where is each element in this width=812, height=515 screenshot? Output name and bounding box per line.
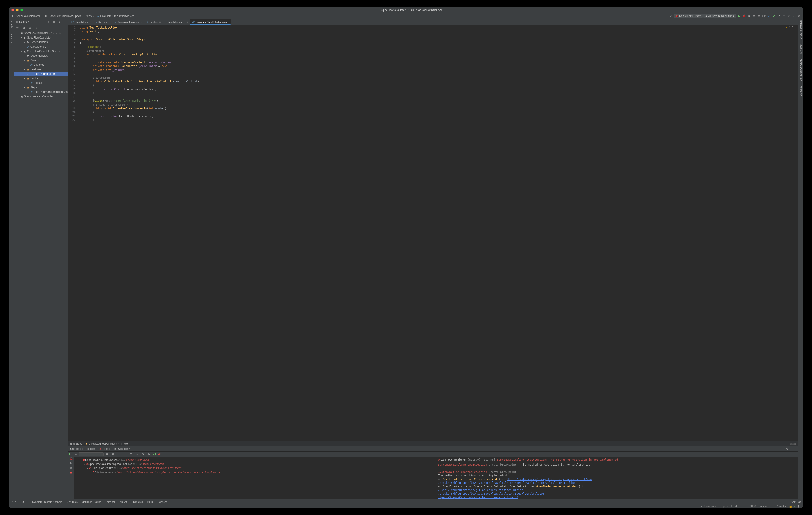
- test-output[interactable]: ⊖ Add two numbers (net5.0) [112 ms] Syst…: [436, 457, 798, 499]
- tree-item[interactable]: C#Hook.cs: [14, 81, 68, 85]
- maximize-window-icon[interactable]: [20, 9, 23, 11]
- branch-label[interactable]: ⎇ master: [775, 505, 786, 508]
- close-window-icon[interactable]: [11, 9, 14, 11]
- editor-tab[interactable]: C#CalculatorStepDefinitions.cs×: [190, 19, 231, 25]
- tool-button[interactable]: ▫ Endpoints: [130, 501, 143, 503]
- tree-item[interactable]: ▾◧SpecFlowCalculator: [14, 35, 68, 40]
- filter-input[interactable]: [79, 453, 104, 456]
- gear-icon[interactable]: ⚙: [785, 447, 789, 451]
- tree-item[interactable]: ▾▣Features: [14, 67, 68, 71]
- profile-icon[interactable]: ⊕: [752, 14, 756, 18]
- gear-icon[interactable]: ⚙: [57, 20, 61, 24]
- editor-tab[interactable]: C#Driver.cs×: [93, 19, 112, 25]
- caret-pos[interactable]: 13:74: [731, 505, 737, 508]
- solution-tree[interactable]: ▾◧SpecFlowCalculator · 2 projects▾◧SpecF…: [14, 30, 68, 499]
- tree-item[interactable]: ▸⚑Dependencies: [14, 54, 68, 58]
- lock-icon[interactable]: 🔒: [788, 504, 792, 508]
- debug-icon[interactable]: 🐞: [742, 14, 746, 18]
- history-icon[interactable]: ⊙: [147, 452, 151, 456]
- rerun-icon[interactable]: ↻: [70, 462, 72, 465]
- minimize-window-icon[interactable]: [16, 9, 19, 11]
- trace-icon[interactable]: ⊙: [757, 14, 761, 18]
- target-icon[interactable]: ⊕: [47, 20, 51, 24]
- event-log-button[interactable]: 🗨 Event Log: [787, 501, 801, 503]
- find-icon[interactable]: ⌕: [34, 26, 38, 30]
- editor-tab[interactable]: ✦Calculator.feature×: [163, 19, 190, 25]
- sort-icon[interactable]: ≡: [52, 20, 56, 24]
- close-icon[interactable]: ×: [228, 21, 229, 23]
- vcs-push-icon[interactable]: ↗: [777, 14, 781, 18]
- crumb[interactable]: SpecFlowCalculator: [16, 14, 40, 18]
- tree-item[interactable]: ▾▣Drivers: [14, 58, 68, 62]
- test-tree[interactable]: ▾⊖ SpecFlowCalculator.Specs (1 test) Fai…: [74, 457, 436, 499]
- eol-label[interactable]: LF: [741, 505, 744, 508]
- editor-tab[interactable]: C#Calculator.feature.cs×: [112, 19, 144, 25]
- export-icon[interactable]: ↗: [135, 452, 139, 456]
- tree-item[interactable]: ▸✦Calculator.feature: [14, 71, 68, 76]
- chevron-down-icon[interactable]: ▾: [30, 21, 31, 23]
- tree-item[interactable]: ▾▣Hooks: [14, 76, 68, 81]
- explorer-tab[interactable]: Explorer: [86, 446, 96, 452]
- vcs-update-icon[interactable]: ↙: [767, 14, 771, 18]
- crumb[interactable]: Steps: [85, 14, 91, 18]
- close-icon[interactable]: ×: [90, 21, 91, 23]
- close-icon[interactable]: ×: [159, 21, 161, 23]
- tool-button[interactable]: ▫ Dynamic Program Analysis: [31, 501, 62, 503]
- test-tree-item[interactable]: ▾⊖ SpecFlowCalculator.Specs.Features (1 …: [74, 462, 436, 466]
- database-tool-tab[interactable]: Database: [799, 86, 802, 96]
- explorer-tool-tab[interactable]: Explorer: [10, 20, 13, 30]
- chevron-up-icon[interactable]: ⌃: [792, 26, 793, 29]
- test-tree-item[interactable]: ▾⊖ CalculatorFeature (1 test) Failed: On…: [74, 466, 436, 470]
- indent-label[interactable]: 4 spaces: [760, 505, 770, 508]
- mem-icon[interactable]: ▮: [796, 504, 801, 508]
- coverage-tool-tab[interactable]: Unit Tests Coverage: [799, 59, 802, 81]
- close-icon[interactable]: ×: [109, 21, 110, 23]
- split-icon[interactable]: ▥▥▥: [789, 442, 796, 445]
- tool-button[interactable]: ▫ dotTrace Profiler: [81, 501, 101, 503]
- close-icon[interactable]: ×: [187, 21, 188, 23]
- run-icon[interactable]: ▶: [737, 14, 741, 18]
- close-icon[interactable]: ×: [129, 447, 130, 450]
- tree-item[interactable]: C#Driver.cs: [14, 62, 68, 67]
- hide-icon[interactable]: —: [63, 20, 67, 24]
- crumb[interactable]: SpecFlowCalculator.Specs: [49, 14, 81, 18]
- expand-icon[interactable]: ⊞: [22, 26, 26, 30]
- editor-tab[interactable]: C#Calculator.cs×: [69, 19, 93, 25]
- coverage-icon[interactable]: ◉: [747, 14, 751, 18]
- vcs-history-icon[interactable]: ⏱: [782, 14, 786, 18]
- run-config-selector[interactable]: 🐞 Debug | Any CPU ▾: [673, 14, 702, 18]
- test-tree-item[interactable]: ⊖ Add two numbers Failed: System.NotImpl…: [74, 470, 436, 474]
- tree-item[interactable]: ▸⚑Dependencies: [14, 40, 68, 44]
- up-icon[interactable]: ↑: [117, 452, 121, 456]
- tree-item[interactable]: ▾◧SpecFlowCalculator · 2 projects: [14, 31, 68, 35]
- explorer-title[interactable]: Solution: [19, 20, 29, 24]
- crumb[interactable]: CalculatorStepDefinitions.cs: [100, 14, 134, 18]
- code-editor[interactable]: 12345678910111213141516171819202122 usin…: [68, 25, 798, 441]
- debug-icon[interactable]: 🐞: [69, 457, 73, 460]
- tool-button[interactable]: ▫ TODO: [19, 501, 27, 503]
- close-icon[interactable]: ×: [141, 21, 142, 23]
- inspection-widget[interactable]: ▲ 1 ⌃ ⌄: [786, 26, 796, 29]
- commit-tool-tab[interactable]: Commit: [10, 34, 13, 43]
- il-viewer-tool-tab[interactable]: IL Viewer: [799, 44, 802, 54]
- tool-button[interactable]: ▫ Git: [11, 501, 16, 503]
- build-icon[interactable]: ↙: [669, 14, 673, 18]
- tree-item[interactable]: C#CalculatorStepDefinitions.cs: [14, 90, 68, 94]
- tree-item[interactable]: ▾▣Steps: [14, 85, 68, 90]
- encoding-label[interactable]: UTF-8: [749, 505, 756, 508]
- project-icon[interactable]: ◧: [11, 14, 15, 18]
- sync-icon[interactable]: ⟳: [16, 26, 20, 30]
- collapse-icon[interactable]: ⊟: [28, 26, 32, 30]
- chevron-down-icon[interactable]: ⌄: [794, 26, 796, 29]
- vcs-revert-icon[interactable]: ↶: [787, 14, 791, 18]
- tool-button[interactable]: ▫ Build: [146, 501, 153, 503]
- collapse-all-icon[interactable]: ⊟: [111, 452, 115, 456]
- settings-icon[interactable]: ⚙: [797, 14, 801, 18]
- tool-button[interactable]: ▫ Services: [156, 501, 167, 503]
- code-text[interactable]: using TechTalk.SpecFlow;using Xunit;name…: [80, 25, 798, 441]
- tool-button[interactable]: ▫ Unit Tests: [65, 501, 78, 503]
- tool-button[interactable]: ▫ NuGet: [118, 501, 127, 503]
- rerun-failed-icon[interactable]: ↺: [70, 466, 72, 469]
- grid-icon[interactable]: ⊡: [129, 452, 133, 456]
- stop-icon[interactable]: ■: [70, 471, 72, 474]
